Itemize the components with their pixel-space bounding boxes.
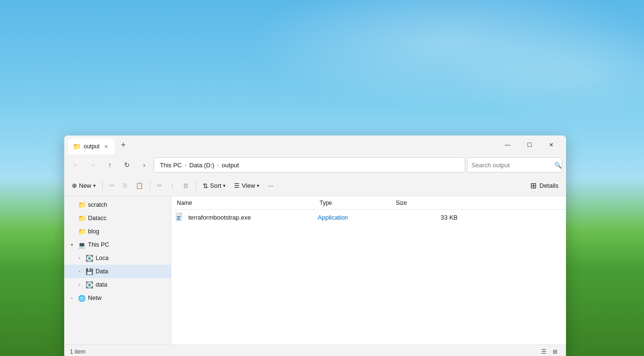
search-box[interactable]: 🔍 [467, 157, 562, 173]
file-size-cell: 33 KB [394, 214, 465, 221]
sidebar-item-network[interactable]: › 🌐 Netw [64, 291, 171, 305]
file-name-cell: terraformbootstrap.exe [175, 212, 318, 222]
back-button[interactable]: ← [68, 157, 83, 173]
file-list-header: Name Type Size [171, 196, 566, 210]
rename-icon: ✏ [157, 182, 162, 189]
sidebar-item-scratch[interactable]: 📁 scratch [64, 198, 171, 212]
breadcrumb-sep-1: › [185, 162, 186, 168]
svg-rect-3 [177, 218, 180, 219]
sidebar-item-this-pc[interactable]: ▾ 💻 This PC [64, 238, 171, 251]
sidebar-label-scratch: scratch [88, 202, 167, 208]
paste-icon: 📋 [136, 182, 143, 189]
status-view-buttons: ☰ ⊞ [538, 346, 560, 356]
sidebar-spacer-blog [68, 228, 76, 235]
sidebar-item-data-d[interactable]: › 💾 Data [64, 265, 171, 278]
details-label: Details [539, 182, 558, 189]
sidebar-chevron-this-pc: ▾ [68, 241, 76, 249]
sidebar-drive-icon-data2: 💽 [85, 280, 94, 289]
more-icon: ··· [268, 182, 273, 189]
table-row[interactable]: terraformbootstrap.exe Application 33 KB [171, 210, 566, 225]
window-tab[interactable]: 📁 output ✕ [68, 138, 115, 154]
sidebar-item-data2[interactable]: › 💽 data [64, 278, 171, 291]
cut-button[interactable]: ✂ [106, 178, 118, 193]
sidebar-item-datacc[interactable]: 📁 Datacc [64, 212, 171, 225]
view-button[interactable]: ☰ View ▾ [230, 178, 263, 193]
view-label: View [242, 182, 255, 189]
sidebar-label-this-pc: This PC [88, 241, 167, 248]
sidebar-chevron-data2: › [76, 281, 83, 289]
col-header-name[interactable]: Name [175, 200, 318, 206]
new-label: New [79, 182, 91, 189]
col-header-type[interactable]: Type [318, 200, 394, 206]
breadcrumb-this-pc[interactable]: This PC [158, 161, 184, 170]
sidebar-chevron-network: › [68, 294, 76, 302]
title-bar: 📁 output ✕ + — ☐ ✕ [64, 135, 566, 154]
expand-button[interactable]: › [137, 157, 152, 173]
sidebar-label-data-d: Data [96, 268, 167, 275]
toolbar-separator-3 [195, 181, 196, 191]
new-button[interactable]: ⊕ New ▾ [68, 178, 99, 193]
sort-chevron-icon: ▾ [223, 183, 225, 188]
svg-rect-2 [177, 216, 181, 217]
more-button[interactable]: ··· [264, 178, 277, 193]
refresh-button[interactable]: ↻ [119, 157, 135, 173]
col-header-size[interactable]: Size [394, 200, 465, 206]
sidebar-pc-icon: 💻 [78, 241, 86, 249]
new-chevron-icon: ▾ [93, 183, 96, 188]
sidebar-drive-icon-data: 💾 [85, 267, 94, 276]
rename-button[interactable]: ✏ [153, 178, 166, 193]
tab-label: output [84, 143, 99, 150]
status-bar: 1 item ☰ ⊞ [64, 345, 566, 356]
sort-icon: ⇅ [203, 182, 208, 190]
sort-label: Sort [210, 182, 222, 189]
minimize-button[interactable]: — [497, 137, 518, 153]
forward-button[interactable]: → [85, 157, 100, 173]
share-icon: ↑ [171, 182, 174, 189]
search-input[interactable] [471, 162, 551, 169]
close-button[interactable]: ✕ [540, 137, 562, 153]
window-controls: — ☐ ✕ [497, 137, 562, 153]
new-tab-button[interactable]: + [117, 138, 130, 152]
grid-view-button[interactable]: ⊞ [550, 346, 560, 356]
file-explorer-window: 📁 output ✕ + — ☐ ✕ ← → ↑ ↻ › This PC › D… [64, 135, 566, 356]
file-list: Name Type Size [171, 196, 566, 345]
sidebar-label-local: Loca [96, 255, 167, 261]
file-type-cell: Application [318, 214, 394, 221]
sidebar-spacer-scratch [68, 201, 76, 209]
sidebar-item-blog[interactable]: 📁 blog [64, 225, 171, 238]
breadcrumb-bar[interactable]: This PC › Data (D:) › output [154, 157, 465, 173]
share-button[interactable]: ↑ [167, 178, 178, 193]
list-view-button[interactable]: ☰ [538, 346, 549, 356]
sidebar-label-blog: blog [88, 228, 167, 235]
sidebar-item-local[interactable]: › 💽 Loca [64, 251, 171, 265]
copy-button[interactable]: ⎘ [119, 178, 131, 193]
breadcrumb-sep-2: › [217, 162, 219, 168]
sidebar-folder-icon-blog: 📁 [78, 227, 86, 236]
tab-folder-icon: 📁 [73, 143, 81, 150]
breadcrumb-data-d[interactable]: Data (D:) [187, 161, 216, 170]
toolbar-separator-1 [102, 181, 103, 191]
sort-button[interactable]: ⇅ Sort ▾ [199, 178, 230, 193]
delete-button[interactable]: 🗑 [179, 178, 193, 193]
exe-icon [175, 212, 185, 222]
up-button[interactable]: ↑ [102, 157, 117, 173]
search-icon[interactable]: 🔍 [554, 162, 562, 169]
sidebar-network-icon: 🌐 [78, 294, 86, 302]
copy-icon: ⎘ [123, 182, 127, 189]
address-bar: ← → ↑ ↻ › This PC › Data (D:) › output 🔍 [64, 154, 566, 175]
file-name: terraformbootstrap.exe [188, 214, 251, 221]
sidebar-label-data2: data [96, 281, 167, 288]
sidebar-drive-icon-local: 💽 [85, 254, 94, 262]
content-area: 📁 scratch 📁 Datacc 📁 blog [64, 196, 566, 345]
paste-button[interactable]: 📋 [132, 178, 147, 193]
breadcrumb-output[interactable]: output [220, 161, 241, 170]
sidebar-label-network: Netw [88, 295, 167, 301]
toolbar: ⊕ New ▾ ✂ ⎘ 📋 ✏ ↑ 🗑 ⇅ Sort ▾ ☰ [64, 175, 566, 196]
maximize-button[interactable]: ☐ [518, 137, 540, 153]
new-plus-icon: ⊕ [72, 182, 77, 189]
view-chevron-icon: ▾ [257, 183, 259, 188]
details-button[interactable]: ⊞ Details [527, 178, 562, 193]
tab-close-button[interactable]: ✕ [102, 143, 110, 150]
sidebar: 📁 scratch 📁 Datacc 📁 blog [64, 196, 171, 345]
sidebar-folder-icon-scratch: 📁 [78, 201, 86, 209]
